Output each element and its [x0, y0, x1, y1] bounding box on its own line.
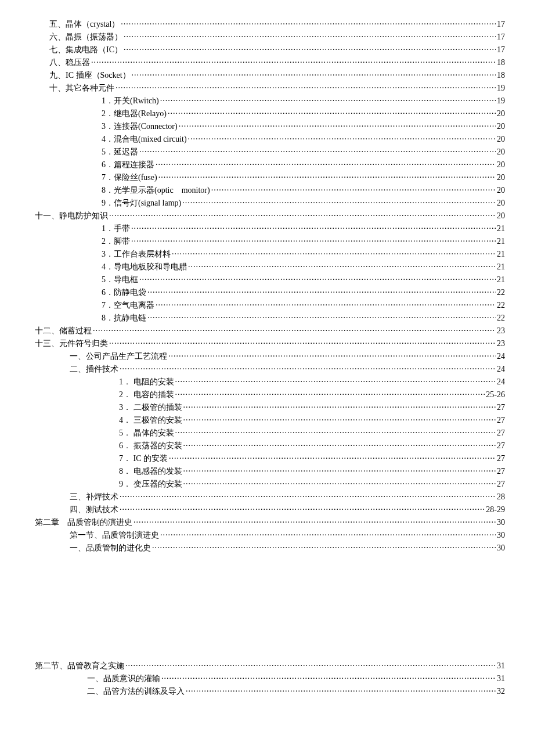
toc-leader-dots — [160, 529, 496, 541]
toc-entry: 2．继电器(Relayo)20 — [102, 107, 505, 120]
toc-entry-page: 19 — [497, 82, 505, 94]
toc-entry: 一、品质意识的灌输31 — [87, 672, 505, 685]
toc-entry-page: 27 — [497, 452, 505, 465]
toc-entry: 2． 电容的插装25-26 — [119, 388, 505, 401]
toc-entry-page: 20 — [497, 171, 505, 183]
toc-leader-dots — [183, 440, 496, 452]
toc-entry-label: 五、晶体（crystal） — [49, 18, 120, 30]
toc-leader-dots — [161, 672, 496, 685]
toc-entry: 1．手带21 — [102, 222, 505, 235]
toc-leader-dots — [175, 376, 496, 388]
toc-entry-page: 22 — [497, 286, 505, 298]
toc-leader-dots — [121, 18, 496, 30]
toc-entry-page: 21 — [497, 222, 505, 235]
toc-entry: 3． 二极管的插装27 — [119, 401, 505, 413]
toc-entry: 十三、元件符号归类23 — [35, 337, 505, 350]
toc-leader-dots — [156, 299, 496, 311]
toc-entry-label: 2．继电器(Relayo) — [102, 107, 167, 120]
toc-entry-label: 7．保险丝(fuse) — [102, 171, 157, 183]
toc-entry: 3．连接器(Connector)20 — [102, 120, 505, 132]
toc-entry-label: 2． 电容的插装 — [119, 388, 174, 401]
toc-entry-label: 6．防静电袋 — [102, 286, 146, 298]
toc-entry: 第一节、品质管制演进史30 — [70, 529, 505, 541]
toc-leader-dots — [183, 478, 496, 490]
toc-leader-dots — [183, 465, 496, 477]
toc-entry: 六、晶振（振荡器）17 — [49, 31, 505, 43]
toc-entry-label: 1．手带 — [102, 222, 130, 235]
toc-entry-label: 3．连接器(Connector) — [102, 120, 178, 132]
toc-entry-page: 20 — [497, 184, 505, 196]
toc-leader-dots — [179, 120, 496, 132]
toc-leader-dots — [139, 146, 496, 158]
toc-entry: 七、集成电路（IC）17 — [49, 44, 505, 56]
toc-entry-label: 7．空气电离器 — [102, 299, 154, 311]
toc-entry-label: 六、晶振（振荡器） — [49, 31, 122, 43]
toc-entry-page: 20 — [497, 210, 505, 222]
toc-entry-label: 九、IC 插座（Socket） — [49, 69, 131, 81]
toc-leader-dots — [158, 171, 496, 183]
toc-leader-dots — [120, 503, 485, 516]
toc-entry-page: 21 — [497, 248, 505, 260]
toc-section-2: 第二节、品管教育之实施31一、品质意识的灌输31二、品管方法的训练及导入32 — [17, 660, 505, 697]
toc-entry: 十二、储蓄过程23 — [35, 325, 505, 337]
toc-leader-dots — [183, 414, 496, 426]
toc-entry-label: 9．信号灯(signal lamp) — [102, 197, 181, 209]
toc-entry-page: 27 — [497, 465, 505, 477]
toc-entry: 五、晶体（crystal）17 — [49, 18, 505, 30]
toc-entry: 4． 三极管的安装27 — [119, 414, 505, 426]
toc-entry-label: 9． 变压器的安装 — [119, 478, 182, 490]
toc-leader-dots — [131, 235, 496, 247]
toc-entry: 7． IC 的安装27 — [119, 452, 505, 465]
toc-entry-page: 20 — [497, 133, 505, 145]
toc-entry-label: 一、公司产品生产工艺流程 — [70, 350, 167, 362]
toc-entry: 6．防静电袋22 — [102, 286, 505, 298]
toc-entry: 1． 电阻的安装24 — [119, 376, 505, 388]
toc-leader-dots — [139, 273, 496, 286]
toc-entry: 6．篇程连接器20 — [102, 159, 505, 171]
toc-entry-page: 20 — [497, 197, 505, 209]
toc-entry-label: 5．延迟器 — [102, 146, 138, 158]
toc-entry-page: 23 — [497, 325, 505, 337]
toc-leader-dots — [124, 44, 496, 56]
toc-leader-dots — [152, 542, 496, 554]
toc-entry-page: 24 — [497, 350, 505, 362]
toc-entry-page: 31 — [497, 672, 505, 685]
toc-entry-label: 6．篇程连接器 — [102, 159, 154, 171]
toc-section-1: 五、晶体（crystal）17六、晶振（振荡器）17七、集成电路（IC）17八、… — [17, 18, 505, 554]
toc-leader-dots — [168, 107, 496, 120]
toc-entry-page: 21 — [497, 273, 505, 286]
toc-entry-label: 二、品管方法的训练及导入 — [87, 685, 185, 697]
toc-leader-dots — [116, 82, 496, 94]
toc-leader-dots — [156, 159, 496, 171]
toc-leader-dots — [182, 197, 496, 209]
toc-leader-dots — [131, 222, 496, 235]
toc-entry-page: 25-26 — [486, 388, 505, 401]
toc-entry: 4．混合电(mixed circuit)20 — [102, 133, 505, 145]
toc-entry: 9．信号灯(signal lamp)20 — [102, 197, 505, 209]
toc-leader-dots — [160, 95, 496, 107]
toc-leader-dots — [186, 685, 496, 697]
toc-entry-label: 十二、储蓄过程 — [35, 325, 92, 337]
toc-entry-page: 27 — [497, 401, 505, 413]
toc-leader-dots — [175, 427, 496, 439]
toc-entry-page: 30 — [497, 542, 505, 554]
toc-entry-label: 8． 电感器的发装 — [119, 465, 182, 477]
toc-entry: 第二章 品质管制的演进史30 — [35, 516, 505, 528]
toc-entry-page: 22 — [497, 312, 505, 324]
toc-leader-dots — [91, 56, 496, 69]
toc-entry: 八、稳压器18 — [49, 56, 505, 69]
toc-entry-page: 20 — [497, 146, 505, 158]
toc-entry: 十、其它各种元件19 — [49, 82, 505, 94]
toc-entry: 四、测试技术28-29 — [70, 503, 505, 516]
toc-leader-dots — [109, 337, 496, 350]
toc-entry-page: 17 — [497, 31, 505, 43]
toc-leader-dots — [132, 69, 496, 81]
toc-entry-label: 4．导电地板胶和导电腊 — [102, 261, 187, 273]
toc-entry: 三、补焊技术28 — [70, 491, 505, 503]
toc-entry-page: 20 — [497, 159, 505, 171]
toc-entry: 5． 晶体的安装27 — [119, 427, 505, 439]
toc-entry: 一、公司产品生产工艺流程24 — [70, 350, 505, 362]
toc-entry-page: 24 — [497, 363, 505, 375]
toc-leader-dots — [134, 516, 496, 528]
toc-entry: 8．抗静电链22 — [102, 312, 505, 324]
